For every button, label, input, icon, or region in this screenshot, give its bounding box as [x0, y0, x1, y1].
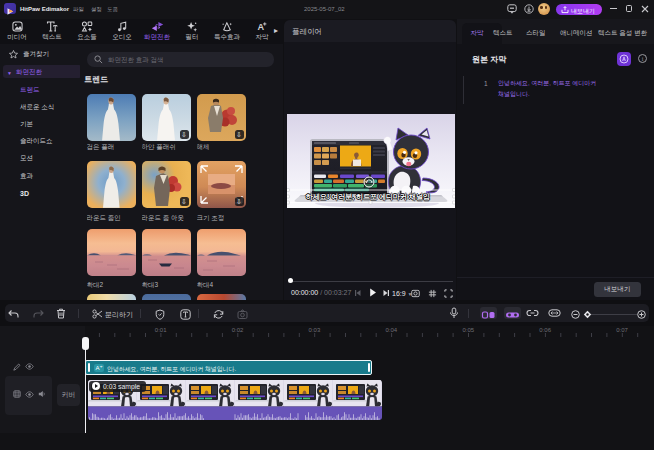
- svg-text:A: A: [257, 22, 264, 32]
